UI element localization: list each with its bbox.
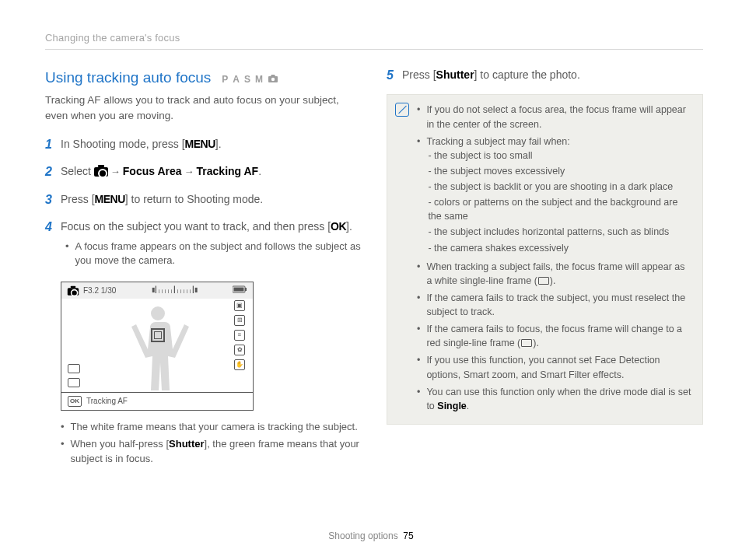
- right-indicator-icon: ⊞: [234, 315, 245, 326]
- section-title: Using tracking auto focus: [45, 67, 211, 89]
- quality-icon: [68, 378, 80, 387]
- ok-button-icon: OK: [68, 396, 82, 407]
- step-5-text-a: Press [: [402, 68, 436, 81]
- mode-m: M: [255, 73, 265, 86]
- focus-area-label: Focus Area: [123, 165, 182, 177]
- menu-label: MENU: [95, 193, 125, 205]
- tracking-frame-icon: [151, 328, 165, 342]
- step-3-text-a: Press [: [61, 193, 95, 205]
- step-number: 1: [45, 136, 54, 153]
- page-number: 75: [403, 530, 413, 541]
- step-2: 2 Select →Focus Area→Tracking AF.: [45, 163, 362, 180]
- storage-icon: [68, 364, 80, 373]
- column-right: 5 Press [Shutter] to capture the photo. …: [387, 67, 703, 469]
- frame-chip-icon: [521, 339, 532, 347]
- column-left: Using tracking auto focus P A S M Tracki…: [45, 67, 362, 469]
- shutter-label: Shutter: [436, 68, 474, 81]
- note-2-d5: the subject includes horizontal patterns…: [428, 225, 691, 239]
- ok-label: OK: [331, 220, 346, 233]
- note-4: If the camera fails to track the subject…: [426, 291, 691, 319]
- note-6: If you use this function, you cannot set…: [426, 353, 691, 381]
- note-2-d4: colors or patterns on the subject and th…: [428, 195, 691, 223]
- menu-label: MENU: [185, 138, 215, 150]
- step-number: 3: [45, 191, 54, 208]
- camera-icon: [94, 167, 108, 177]
- step-number: 5: [387, 67, 396, 84]
- step-1: 1 In Shooting mode, press [MENU].: [45, 136, 362, 153]
- note-2-d3: the subject is backlit or you are shooti…: [428, 180, 691, 194]
- page-footer: Shooting options 75: [0, 530, 742, 543]
- step-1-text-a: In Shooting mode, press [: [61, 138, 185, 150]
- lcd-preview-illustration: F3.2 1/30 ▮┃╷╷╷╷╷┃╷╷╷╷╷┃▮: [61, 282, 254, 411]
- step-4-sub: A focus frame appears on the subject and…: [75, 240, 362, 269]
- frame-chip-icon: [538, 277, 549, 285]
- step-3-text-b: ] to return to Shooting mode.: [125, 193, 263, 205]
- note-2-d1: the subject is too small: [428, 149, 691, 163]
- lcd-mode-label: Tracking AF: [86, 396, 128, 408]
- note-2-d6: the camera shakes excessively: [428, 241, 691, 255]
- note-box: If you do not select a focus area, the f…: [387, 94, 703, 425]
- step-number: 4: [45, 219, 54, 271]
- step-4-text-b: ].: [346, 220, 352, 233]
- footer-section: Shooting options: [328, 530, 397, 541]
- note-2-d2: the subject moves excessively: [428, 164, 691, 178]
- mode-s: S: [244, 73, 253, 86]
- arrow-icon: →: [182, 166, 197, 177]
- note-2: Tracking a subject may fail when:: [426, 136, 569, 147]
- page-header: Changing the camera's focus: [45, 31, 703, 50]
- right-indicator-icon: ≡: [234, 330, 245, 341]
- after-ss-bullet-2: When you half-press [Shutter], the green…: [71, 437, 362, 467]
- step-2-end: .: [258, 165, 261, 177]
- note-7: You can use this function only when the …: [426, 385, 691, 413]
- battery-icon: [233, 285, 248, 297]
- right-indicator-icon: ✿: [234, 345, 245, 355]
- step-5-text-b: ] to capture the photo.: [474, 68, 580, 81]
- arrow-icon: →: [108, 166, 123, 177]
- right-indicator-icon: ✋: [234, 359, 245, 370]
- step-4: 4 Focus on the subject you want to track…: [45, 219, 362, 271]
- exposure-readout: F3.2 1/30: [83, 285, 116, 297]
- right-indicator-icon: ▣: [234, 300, 245, 311]
- camera-icon: [68, 288, 79, 296]
- mode-p: P: [222, 73, 230, 86]
- tracking-af-label: Tracking AF: [197, 165, 259, 177]
- after-ss-bullet-1: The white frame means that your camera i…: [71, 420, 358, 435]
- note-3: When tracking a subject fails, the focus…: [426, 260, 691, 288]
- note-5: If the camera fails to focus, the focus …: [426, 322, 691, 350]
- note-1: If you do not select a focus area, the f…: [426, 103, 691, 131]
- intro-text: Tracking AF allows you to track and auto…: [45, 93, 362, 123]
- step-number: 2: [45, 163, 54, 180]
- notes-content: If you do not select a focus area, the f…: [417, 103, 691, 416]
- svg-rect-2: [245, 288, 247, 291]
- step-4-text-a: Focus on the subject you want to track, …: [61, 220, 331, 233]
- mode-a: A: [233, 73, 242, 86]
- step-1-text-b: ].: [215, 138, 222, 150]
- mode-badges: P A S M: [222, 73, 278, 86]
- camera-mode-icon: [268, 74, 278, 87]
- step-2-text-a: Select: [61, 165, 94, 177]
- svg-point-0: [271, 78, 275, 81]
- note-icon: [395, 103, 409, 117]
- ev-scale-icon: ▮┃╷╷╷╷╷┃╷╷╷╷╷┃▮: [152, 285, 197, 297]
- svg-rect-3: [233, 288, 243, 292]
- person-silhouette-icon: [123, 300, 193, 392]
- step-5: 5 Press [Shutter] to capture the photo.: [387, 67, 703, 84]
- step-3: 3 Press [MENU] to return to Shooting mod…: [45, 191, 362, 208]
